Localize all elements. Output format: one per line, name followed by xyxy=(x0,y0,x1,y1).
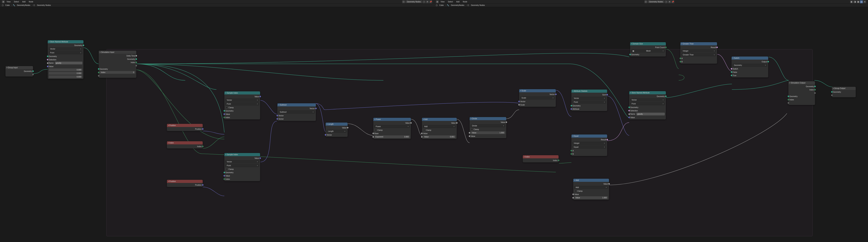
node-header[interactable]: ▾Divide xyxy=(470,117,506,120)
node-header[interactable]: ▾Sample Index xyxy=(224,91,260,94)
node-math-divide[interactable]: ▾Divide Value Divide Clamp Value1.000 Va… xyxy=(470,117,506,138)
field-name[interactable]: Namegravity xyxy=(48,61,84,65)
node-header[interactable]: ▾Simulation Output xyxy=(788,81,815,84)
unlink-icon[interactable]: ✕ xyxy=(668,0,671,3)
menu-view[interactable]: View xyxy=(5,0,12,3)
dropdown-data-type[interactable]: Vector xyxy=(571,96,607,100)
socket-geometry-in[interactable]: Geometry xyxy=(571,104,607,107)
dropdown-operation[interactable]: Equal xyxy=(571,145,607,149)
socket-value-in[interactable]: Value xyxy=(629,116,666,119)
field-value-y[interactable]: 0.000 xyxy=(48,71,84,75)
node-math-add[interactable]: ▾Add Value Add Clamp Value Value1.000 xyxy=(573,179,609,200)
socket-extend-in[interactable] xyxy=(788,101,815,104)
menu-add[interactable]: Add xyxy=(455,0,461,3)
socket-base-in[interactable]: Base xyxy=(373,132,411,135)
socket-geometry-out[interactable]: Geometry xyxy=(99,57,136,61)
node-vector-math-subtract[interactable]: ▾Subtract Vector Subtract Vector Vector xyxy=(277,103,316,121)
node-header[interactable]: ▾Position xyxy=(167,180,203,183)
node-header[interactable]: ▾Scale xyxy=(519,89,556,92)
node-header[interactable]: ▾Add xyxy=(422,118,457,121)
socket-value-in[interactable]: Value xyxy=(470,134,506,138)
node-header[interactable]: ▾Subtract xyxy=(277,103,316,107)
node-header[interactable]: ▾Length xyxy=(326,123,348,126)
pin-icon[interactable]: 📌 xyxy=(671,0,674,3)
node-position[interactable]: ▾Position Position xyxy=(167,124,203,131)
crumb-object[interactable]: Cube xyxy=(4,4,11,6)
checkbox-clamp[interactable]: Clamp xyxy=(224,106,260,109)
checkbox-clamp[interactable]: Clamp xyxy=(573,189,609,193)
dropdown-domain[interactable]: Point xyxy=(224,102,260,106)
checkbox-clamp[interactable]: Clamp xyxy=(422,128,457,132)
overlay-icon[interactable]: ◨ xyxy=(853,0,856,3)
node-compare-greater-than[interactable]: ▾Greater Than Result Integer Greater Tha… xyxy=(680,42,717,64)
node-editor-canvas[interactable]: ▾Group Input Geometry ▾Store Named Attri… xyxy=(0,7,868,242)
socket-scale-in[interactable]: Scale xyxy=(519,103,556,107)
node-compare-equal[interactable]: ▾Equal Result Integer Equal A B xyxy=(571,134,607,156)
socket-geometry-in[interactable]: Geometry xyxy=(630,53,666,56)
node-header[interactable]: ▾Sample Index xyxy=(224,153,260,156)
dropdown-domain[interactable]: Point xyxy=(571,100,607,104)
socket-point-count-out[interactable]: Point Count xyxy=(630,46,666,49)
node-header[interactable]: ▾Equal xyxy=(571,134,607,138)
dropdown-data-type[interactable]: Vector xyxy=(224,98,260,102)
dropdown-operation[interactable]: Add xyxy=(422,125,457,128)
socket-geometry-in[interactable]: Geometry xyxy=(224,171,260,174)
crumb-object[interactable]: Cube xyxy=(438,4,445,6)
socket-value-out[interactable]: Value xyxy=(326,126,348,129)
pin-icon[interactable]: 📌 xyxy=(429,0,432,3)
node-header[interactable]: ▾Add xyxy=(573,179,609,182)
socket-a-in[interactable]: A xyxy=(680,57,717,60)
socket-b-in[interactable]: B xyxy=(571,152,607,156)
socket-value-out[interactable]: Value xyxy=(373,121,411,125)
socket-index-in[interactable]: Index xyxy=(788,98,815,101)
field-name[interactable]: Namegravity xyxy=(629,112,666,116)
node-simulation-input[interactable]: ▾Simulation Input Delta Time Geometry In… xyxy=(99,51,136,78)
socket-extend-in[interactable] xyxy=(99,74,136,78)
menu-node[interactable]: Node xyxy=(461,0,469,3)
node-header[interactable]: ▾Group Input xyxy=(5,66,33,69)
node-math-add[interactable]: ▾Add Value Add Clamp Value Value0.001 xyxy=(422,118,457,139)
node-simulation-output[interactable]: ▾Simulation Output Geometry Index Geomet… xyxy=(788,81,815,105)
dropdown-data-type[interactable]: Vector xyxy=(224,160,260,164)
node-header[interactable]: ▾Index xyxy=(167,141,203,144)
socket-result-out[interactable]: Result xyxy=(680,46,717,49)
node-header[interactable]: ▾Greater Than xyxy=(680,42,717,45)
socket-b-in[interactable]: B xyxy=(680,60,717,63)
node-store-named-attribute[interactable]: ▾Store Named Attribute Geometry Vector P… xyxy=(629,91,666,119)
socket-vector-in[interactable]: Vector xyxy=(277,114,316,117)
socket-geometry-out[interactable]: Geometry xyxy=(48,44,84,47)
node-header[interactable]: ▾Store Named Attribute xyxy=(48,40,84,43)
node-sample-index[interactable]: ▾Sample Index Value Vector Point Clamp G… xyxy=(224,153,260,181)
fake-user-icon[interactable]: ○ xyxy=(665,0,668,3)
socket-extend-in[interactable] xyxy=(832,94,856,97)
node-vector-math-scale[interactable]: ▾Scale Vector Scale Vector Scale xyxy=(519,89,556,107)
node-math-power[interactable]: ▾Power Value Power Clamp Base Exponent3.… xyxy=(373,118,411,139)
crumb-modifier[interactable]: GeometryNodes xyxy=(16,4,31,6)
node-vector-math-length[interactable]: ▾Length Value Length Vector xyxy=(326,123,348,137)
nodetree-selector[interactable]: Geometry Nodes xyxy=(648,0,664,3)
socket-value-in[interactable]: Value xyxy=(573,193,609,196)
socket-index-out[interactable]: Index xyxy=(788,88,815,91)
socket-geometry-in[interactable]: Geometry xyxy=(629,106,666,109)
menu-node[interactable]: Node xyxy=(27,0,35,3)
dropdown-component[interactable]: ▦ Mesh xyxy=(630,49,666,53)
socket-value-out[interactable]: Value xyxy=(224,156,260,160)
node-domain-size[interactable]: ▾Domain Size Point Count ▦ Mesh Geometry xyxy=(630,42,666,57)
menu-add[interactable]: Add xyxy=(21,0,27,3)
socket-output-out[interactable]: Output xyxy=(732,60,768,63)
checkbox-clamp[interactable]: Clamp xyxy=(470,128,506,131)
socket-selection-in[interactable]: Selection xyxy=(629,109,666,112)
socket-geometry-out[interactable]: Geometry xyxy=(629,95,666,98)
node-group-output[interactable]: ▾Group Output Geometry xyxy=(832,87,856,97)
socket-index-in[interactable]: Index xyxy=(224,116,260,119)
socket-index-out[interactable]: Index xyxy=(99,61,136,64)
dropdown-operation[interactable]: Subtract xyxy=(277,110,316,114)
chevron-down-icon[interactable]: ▾ xyxy=(863,0,866,3)
node-header[interactable]: ▾Simulation Input xyxy=(99,51,136,54)
overlay-icon[interactable]: ▦ xyxy=(857,0,860,3)
nodetree-icon[interactable]: ⬡ xyxy=(644,0,647,3)
socket-a-in[interactable]: A xyxy=(571,149,607,152)
checkbox-clamp[interactable]: Clamp xyxy=(224,168,260,171)
socket-value-in[interactable]: Value xyxy=(224,174,260,177)
field-exponent[interactable]: Exponent3.000 xyxy=(373,135,411,139)
